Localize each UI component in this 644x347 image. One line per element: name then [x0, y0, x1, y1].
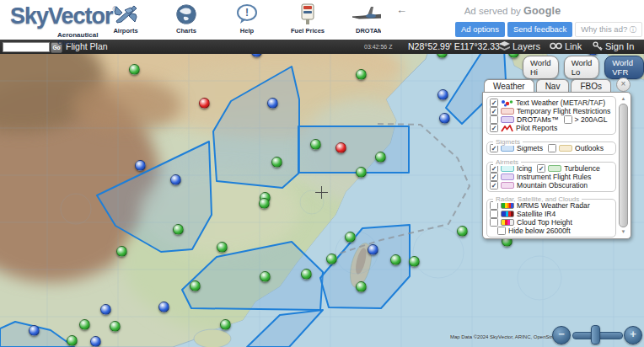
- weather-station-dot[interactable]: [199, 98, 210, 109]
- weather-station-dot[interactable]: [129, 64, 140, 75]
- weather-station-dot[interactable]: [439, 113, 450, 124]
- checkbox[interactable]: ✓: [537, 164, 545, 173]
- checkbox[interactable]: [564, 115, 572, 124]
- sigmet-polygon[interactable]: [213, 67, 299, 188]
- scroll-up-icon[interactable]: ▲: [621, 96, 626, 102]
- checkbox[interactable]: [497, 227, 506, 235]
- weather-station-dot[interactable]: [457, 226, 468, 237]
- checkbox[interactable]: ✓: [490, 124, 498, 132]
- weather-station-dot[interactable]: [173, 224, 184, 235]
- layer-row-tfr[interactable]: ✓ Temporary Flight Restrictions: [490, 107, 614, 115]
- weather-station-dot[interactable]: [29, 325, 40, 336]
- legend-swatch: [501, 182, 514, 189]
- nav-charts[interactable]: Charts: [162, 3, 211, 35]
- tab-fbos[interactable]: FBOs: [571, 79, 611, 92]
- layer-row-pilot-reports[interactable]: ✓ Pilot Reports: [490, 124, 614, 132]
- weather-station-dot[interactable]: [356, 281, 367, 292]
- sigmet-polygon[interactable]: [97, 141, 212, 252]
- weather-station-dot[interactable]: [375, 152, 386, 163]
- layer-label: Text Weather (METAR/TAF): [516, 99, 605, 107]
- weather-station-dot[interactable]: [310, 139, 321, 150]
- link-button[interactable]: Link: [550, 41, 582, 51]
- help-bubble-icon: !: [223, 3, 271, 26]
- checkbox[interactable]: [548, 144, 556, 152]
- zoom-slider-handle[interactable]: [591, 325, 600, 344]
- weather-station-dot[interactable]: [409, 256, 420, 267]
- nav-help[interactable]: ! Help: [223, 3, 271, 35]
- weather-station-dot[interactable]: [67, 335, 78, 346]
- layer-row-drotams[interactable]: DROTAMs™ > 200AGL: [490, 115, 614, 124]
- zoom-in-button[interactable]: +: [624, 326, 642, 344]
- weather-station-dot[interactable]: [267, 98, 278, 109]
- route-input[interactable]: [3, 42, 50, 52]
- layer-row-ifr[interactable]: ✓ Instrument Flight Rules: [490, 173, 614, 181]
- zoom-out-button[interactable]: −: [552, 326, 571, 344]
- layer-row-cloud-top-height[interactable]: Cloud Top Height: [490, 218, 614, 227]
- weather-station-dot[interactable]: [335, 142, 346, 153]
- tab-weather[interactable]: Weather: [484, 79, 534, 92]
- weather-station-dot[interactable]: [116, 246, 127, 257]
- weather-station-dot[interactable]: [100, 304, 111, 315]
- group-legend: Sigmets: [493, 138, 523, 146]
- sign-in-button[interactable]: Sign In: [593, 41, 634, 51]
- layer-row-hide-below[interactable]: Hide below 26000ft: [490, 227, 614, 235]
- send-feedback-button[interactable]: Send feedback: [507, 22, 572, 37]
- layers-label: Layers: [513, 41, 540, 51]
- checkbox[interactable]: ✓: [490, 173, 498, 181]
- sigmet-polygon[interactable]: [247, 310, 323, 347]
- layers-menu-button[interactable]: Layers: [499, 41, 540, 51]
- checkbox[interactable]: [490, 218, 498, 227]
- legend-swatch: [501, 202, 514, 209]
- skyvector-app: Map Data ©2024 SkyVector, ARINC, OpenStr…: [0, 0, 644, 347]
- checkbox[interactable]: ✓: [490, 107, 498, 115]
- checkbox[interactable]: [490, 115, 498, 124]
- weather-station-dot[interactable]: [79, 319, 90, 330]
- weather-station-dot[interactable]: [437, 89, 448, 100]
- nav-airports[interactable]: Airports: [101, 3, 150, 35]
- legend-swatch: [501, 219, 514, 226]
- weather-station-dot[interactable]: [259, 198, 270, 209]
- weather-station-dot[interactable]: [220, 319, 231, 330]
- why-this-ad-button[interactable]: Why this ad? ⓘ: [575, 22, 642, 37]
- weather-station-dot[interactable]: [390, 254, 401, 265]
- key-icon: [593, 41, 603, 51]
- checkbox[interactable]: ✓: [490, 181, 498, 190]
- weather-station-dot[interactable]: [260, 271, 271, 282]
- layer-label: Outlooks: [575, 144, 604, 152]
- weather-station-dot[interactable]: [326, 254, 337, 264]
- checkbox[interactable]: [490, 210, 498, 218]
- weather-station-dot[interactable]: [345, 232, 356, 243]
- group-legend: Airmets: [493, 158, 521, 166]
- panel-scrollbar[interactable]: ▲ ▼: [619, 96, 628, 235]
- tab-nav[interactable]: Nav: [536, 79, 570, 92]
- weather-station-dot[interactable]: [190, 280, 201, 291]
- weather-station-dot[interactable]: [356, 69, 367, 80]
- layer-row-mountain-obscuration[interactable]: ✓ Mountain Obscuration: [490, 181, 614, 190]
- weather-station-dot[interactable]: [301, 269, 312, 280]
- nav-fuel-prices[interactable]: Fuel Prices: [283, 3, 332, 35]
- weather-station-dot[interactable]: [90, 336, 101, 347]
- weather-station-dot[interactable]: [356, 167, 367, 178]
- layer-label: Mountain Obscuration: [517, 181, 588, 190]
- info-icon: ⓘ: [630, 26, 636, 34]
- weather-station-dot[interactable]: [110, 321, 121, 332]
- top-header: SkyVector® Aeronautical Charts Airports: [0, 0, 644, 40]
- weather-station-dot[interactable]: [158, 302, 169, 312]
- sigmet-polygon[interactable]: [298, 126, 409, 173]
- checkbox[interactable]: ✓: [490, 99, 498, 107]
- weather-station-dot[interactable]: [135, 160, 146, 171]
- weather-station-dot[interactable]: [271, 157, 282, 168]
- ad-options-button[interactable]: Ad options: [455, 22, 505, 37]
- weather-station-dot[interactable]: [170, 174, 181, 185]
- sigmet-polygon[interactable]: [320, 225, 410, 308]
- scroll-down-icon[interactable]: ▼: [621, 229, 626, 235]
- ad-buttons: Ad options Send feedback Why this ad? ⓘ: [455, 22, 642, 37]
- scroll-thumb[interactable]: [619, 104, 628, 227]
- layer-row-text-weather[interactable]: ✓ Text Weather (METAR/TAF): [490, 99, 614, 107]
- weather-station-dot[interactable]: [368, 244, 378, 255]
- layer-label: Temporary Flight Restrictions: [517, 107, 610, 115]
- layer-row-satellite-ir4[interactable]: Satellite IR4: [490, 210, 614, 218]
- close-icon[interactable]: ×: [616, 77, 631, 92]
- panel-tabs: Weather Nav FBOs ×: [482, 76, 631, 92]
- weather-station-dot[interactable]: [217, 242, 228, 253]
